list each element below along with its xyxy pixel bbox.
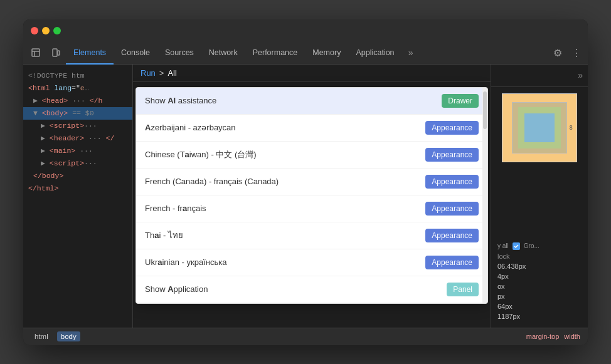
bold-match: a [157,257,162,267]
right-panel: » 8 y all [491,65,588,328]
tab-network[interactable]: Network [201,42,245,65]
prop-row-lock: lock [497,252,582,260]
command-input[interactable] [167,68,483,78]
dropdown-item-text: Ukrainian - українська [145,257,425,267]
appearance-button-french-canada[interactable]: Appearance [425,175,479,189]
css-prop-width: width [564,333,580,340]
dom-line-body[interactable]: ▼ <body> == $0 [23,107,132,120]
appearance-button-chinese-taiwan[interactable]: Appearance [425,148,479,162]
dropdown-item-ukrainian[interactable]: Ukrainian - українська Appearance [136,249,487,276]
minimize-button[interactable] [42,27,50,34]
dropdown-item-french[interactable]: French - français Appearance [136,195,487,222]
dom-line-header[interactable]: ▶ <header> ··· </ [23,132,132,145]
box-number: 8 [570,125,573,131]
tab-console[interactable]: Console [114,42,157,65]
tab-spacer [420,42,548,64]
dropdown-item-text: French - français [145,204,425,213]
more-options-icon[interactable]: ⋮ [568,42,585,64]
dom-line-body-close: </body> [23,170,132,182]
device-icon[interactable] [46,42,66,64]
checkbox-overlay[interactable] [513,242,520,250]
scrollbar-thumb[interactable] [483,91,487,129]
appearance-button-french[interactable]: Appearance [425,202,479,216]
dropdown-item-text: Chinese (Taiwan) - 中文 (台灣) [145,149,425,160]
fullscreen-button[interactable] [53,27,61,34]
prop-row-px: px [497,293,582,300]
main-area: <!DOCTYPE htm <html lang="e… ▶ <head> ··… [23,65,588,328]
css-val-px: px [497,293,505,300]
css-prop-lock: lock [497,252,510,260]
prop-row-width: 06.438px [497,263,582,270]
dropdown-item-ai-assistance[interactable]: Show AI assistance Drawer [136,88,487,115]
tab-application[interactable]: Application [348,42,401,65]
dropdown-item-text: Azerbaijani - azərbaycan [145,123,425,132]
dom-line-script1[interactable]: ▶ <script>··· [23,120,132,132]
dropdown-item-chinese-taiwan[interactable]: Chinese (Taiwan) - 中文 (台灣) Appearance [136,142,487,169]
content-box [524,113,555,142]
more-tabs-button[interactable]: » [402,42,420,64]
drawer-button[interactable]: Drawer [442,94,479,108]
panel-button[interactable]: Panel [447,283,479,296]
dropdown-item-text: Thai - ไทย [145,229,425,242]
tab-memory[interactable]: Memory [305,42,348,65]
tab-sources[interactable]: Sources [157,42,201,65]
scrollbar-track [482,88,487,303]
breadcrumb-body[interactable]: body [57,331,80,341]
dom-line-html: <html lang="e… [23,82,132,95]
css-val-64px: 64px [497,303,513,310]
appearance-button-azerbaijani[interactable]: Appearance [425,121,479,135]
dom-line-main[interactable]: ▶ <main> ··· [23,145,132,157]
collapse-icon[interactable]: » [578,70,583,80]
css-val-ox: ox [497,283,505,290]
prop-label: y all [497,242,509,249]
appearance-button-ukrainian[interactable]: Appearance [425,256,479,269]
dom-line-head[interactable]: ▶ <head> ··· </h [23,95,132,107]
devtools-window: Elements Console Sources Network Perform… [23,19,588,345]
center-panel: Run > Show AI assistance Drawer Azerbaij… [133,65,491,328]
tabs-bar: Elements Console Sources Network Perform… [23,42,588,65]
traffic-lights [31,27,61,34]
command-bar: Run > [133,65,491,82]
dom-line-html-close: </html> [23,182,132,195]
prop-row-ox: ox [497,283,582,290]
svg-rect-3 [53,49,57,56]
prop-row-overlay: y all Gro... [497,242,582,250]
prop-row-1187px: 1187px [497,313,582,320]
appearance-button-thai[interactable]: Appearance [425,229,479,242]
box-model-area: 8 [491,87,588,237]
box-model: 8 [502,93,577,162]
css-val-1187px: 1187px [497,313,520,320]
bold-match: a [154,231,159,240]
right-panel-bottom: y all Gro... lock 06.438px 4px ox [491,237,588,328]
bold-match: A [145,123,151,132]
dropdown-item-text: Show Application [145,284,447,294]
dom-line-doctype: <!DOCTYPE htm [23,70,132,82]
arrow-symbol: > [159,68,164,78]
dropdown-item-french-canada[interactable]: French (Canada) - français (Canada) Appe… [136,169,487,195]
close-button[interactable] [31,27,38,34]
status-bar: html body margin-top width [23,328,588,345]
dropdown-item-azerbaijani[interactable]: Azerbaijani - azərbaycan Appearance [136,115,487,142]
dropdown-item-text: Show AI assistance [145,96,442,105]
settings-icon[interactable]: ⚙ [548,42,568,64]
bold-match: a [183,204,187,213]
dom-line-script2[interactable]: ▶ <script>··· [23,157,132,170]
breadcrumb-html[interactable]: html [31,331,52,341]
tab-elements[interactable]: Elements [66,42,114,65]
dropdown-item-thai[interactable]: Thai - ไทย Appearance [136,222,487,249]
run-label: Run [141,68,156,78]
bold-match: a [185,150,189,159]
prop-row-4px: 4px [497,273,582,280]
inspect-icon[interactable] [26,42,46,64]
title-bar [23,19,588,42]
prop-row-64px: 64px [497,303,582,310]
dom-panel: <!DOCTYPE htm <html lang="e… ▶ <head> ··… [23,65,133,328]
dropdown-item-show-application[interactable]: Show Application Panel [136,276,487,303]
tab-performance[interactable]: Performance [245,42,306,65]
bold-match: A [167,284,173,294]
right-panel-top: » [491,65,588,87]
dropdown-overlay: Show AI assistance Drawer Azerbaijani - … [135,87,488,304]
bold-match: AI [167,96,176,105]
svg-rect-4 [58,51,60,55]
dropdown-item-text: French (Canada) - français (Canada) [145,177,425,186]
